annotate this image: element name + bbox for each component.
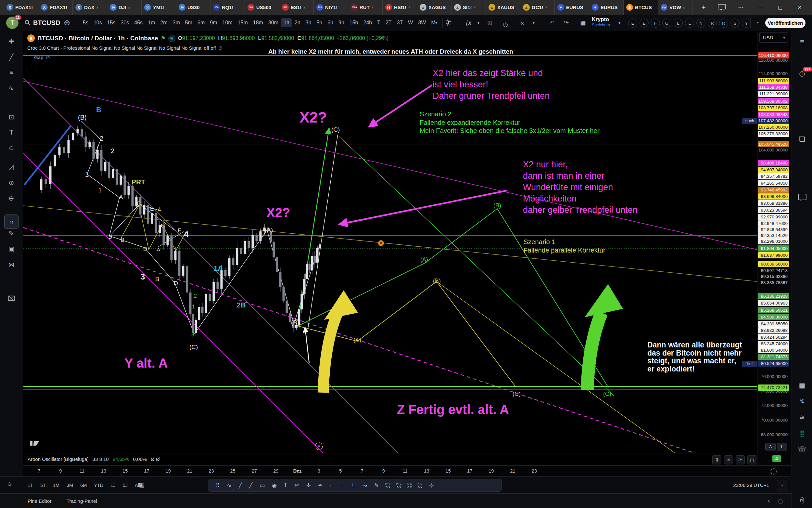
- magnet-tool-icon[interactable]: ∩: [4, 214, 18, 229]
- favorites-star-icon[interactable]: ☆: [6, 480, 12, 488]
- screen-share-icon[interactable]: [712, 0, 731, 15]
- wave-label-E[interactable]: E: [150, 206, 154, 212]
- wave-label-C[interactable]: (C): [189, 344, 198, 351]
- wave-label-3[interactable]: 3: [108, 234, 112, 241]
- object-tree-icon[interactable]: ❏: [792, 135, 812, 143]
- pattern-ac-icon[interactable]: A C∧∨: [404, 482, 415, 488]
- symbol-tab-vow[interactable]: VWVOW▲: [658, 0, 692, 15]
- wave-label-A[interactable]: (A): [420, 256, 428, 263]
- compare-add-icon[interactable]: ⊕: [64, 15, 70, 31]
- wave-label-A[interactable]: (A): [265, 226, 273, 234]
- wave-label-3[interactable]: 3: [191, 332, 194, 338]
- timeframe-9h[interactable]: 9h: [336, 18, 347, 27]
- range-5t[interactable]: 5T: [40, 483, 46, 488]
- text-tool-icon[interactable]: T: [280, 482, 291, 489]
- symbol-tab-es1[interactable]: 500ES1!▲: [279, 0, 314, 15]
- layout-chevron-icon[interactable]: ▾: [618, 15, 620, 31]
- brush-tool-icon[interactable]: ∿: [223, 482, 235, 489]
- timeframes-chevron-icon[interactable]: ▾: [435, 15, 437, 31]
- wave-label-D[interactable]: D: [143, 246, 147, 253]
- timeframe-10s[interactable]: 10s: [91, 18, 105, 27]
- pane-settings-icon[interactable]: ⟳: [736, 455, 745, 464]
- minimize-button[interactable]: —: [751, 0, 770, 15]
- timeframe-2h[interactable]: 2h: [292, 18, 303, 27]
- support-icon[interactable]: ☏: [792, 445, 812, 453]
- clock[interactable]: 23:06:29 UTC+1: [715, 477, 769, 494]
- rect-tool-icon[interactable]: ▭: [256, 482, 268, 489]
- wave-label-2[interactable]: 2: [111, 147, 114, 155]
- wave-label-C[interactable]: C: [137, 201, 141, 207]
- wave-label-C[interactable]: (C): [331, 126, 340, 133]
- annotation-z-done[interactable]: Z Fertig evtl. alt. A: [397, 403, 509, 417]
- crosshair-tool-icon[interactable]: ✚: [0, 37, 23, 45]
- timeframe-15h[interactable]: 15h: [347, 18, 361, 27]
- wave-label-2B[interactable]: 2B: [236, 301, 246, 309]
- drag-handle-icon[interactable]: ⠿: [212, 482, 223, 489]
- symbol-tab-us500[interactable]: 500US500: [245, 0, 279, 15]
- wave-label-B[interactable]: B: [121, 237, 125, 244]
- wave-label-A[interactable]: A: [119, 194, 123, 201]
- link-tool-icon[interactable]: ⋈: [0, 261, 23, 268]
- pine-editor-tab[interactable]: Pine Editor: [28, 494, 51, 508]
- symbol-tab-gc1[interactable]: ▲GC1!▼: [520, 0, 555, 15]
- symbol-tab-xauus[interactable]: ▲XAUUS: [486, 0, 520, 15]
- timeframe-45s[interactable]: 45s: [132, 18, 145, 27]
- range-5j[interactable]: 5J: [123, 483, 128, 488]
- timeframe-W[interactable]: W: [405, 18, 416, 27]
- range-ytd[interactable]: YTD: [94, 483, 103, 488]
- range-1t[interactable]: 1T: [28, 483, 33, 488]
- wave-label-2[interactable]: 2: [100, 135, 103, 142]
- hotkey-chip-r-8[interactable]: R: [719, 18, 728, 28]
- timeframe-5h[interactable]: 5h: [314, 18, 325, 27]
- wave-label-B[interactable]: (B): [493, 202, 501, 209]
- emoji-tool-icon[interactable]: ☺: [0, 144, 23, 152]
- annotation-scenario2[interactable]: Szenario 2Fallende expandierende Korrekt…: [420, 110, 600, 135]
- wave-label-4[interactable]: 4: [157, 206, 161, 213]
- position-tool-icon[interactable]: ⊡: [0, 113, 23, 121]
- timeframe-3T[interactable]: 3T: [394, 18, 406, 27]
- more-options-icon[interactable]: •••: [731, 0, 751, 15]
- wave-label-B[interactable]: (B): [78, 114, 87, 121]
- symbol-tab-eurus[interactable]: ✶EURUS: [555, 0, 589, 15]
- hotkey-chip-e-1[interactable]: E: [639, 18, 649, 28]
- timeframe-2T[interactable]: 2T: [383, 18, 394, 27]
- timeframe-T[interactable]: T: [375, 18, 383, 27]
- pane-move-up-icon[interactable]: ⇅: [712, 455, 721, 464]
- apps-grid-icon[interactable]: ⣿: [792, 430, 812, 437]
- hotkey-chip-f-2[interactable]: F: [651, 18, 660, 28]
- candle-style-icon[interactable]: [446, 19, 451, 26]
- wave-label-3[interactable]: 3: [140, 272, 145, 282]
- panel-resize-button[interactable]: +: [777, 480, 787, 492]
- layout-grid-icon[interactable]: ▦: [580, 15, 586, 31]
- pattern-ae-icon[interactable]: A E∧∨: [415, 482, 425, 488]
- hotkey-chip-y-10[interactable]: Y: [742, 18, 751, 28]
- wave-label-C[interactable]: C: [161, 223, 165, 229]
- ray-tool-icon[interactable]: ╱: [246, 482, 256, 489]
- indicators-icon[interactable]: ƒx: [465, 15, 471, 31]
- trendline-tool-icon[interactable]: ╱: [0, 53, 23, 61]
- symbol-tab-eurus[interactable]: ✶EURUS: [589, 0, 624, 15]
- timeframe-10m[interactable]: 10m: [220, 18, 235, 27]
- alert-add-icon[interactable]: ◷+: [503, 15, 510, 33]
- symbol-tab-niy1[interactable]: 225NIY1!: [314, 0, 348, 15]
- symbol-tab-fdax1[interactable]: XFDAX1!: [4, 0, 38, 15]
- hotkey-chip-l-4[interactable]: L: [674, 18, 683, 28]
- aroon-title[interactable]: Aroon Oscillator [BigBeluga]: [28, 456, 89, 462]
- redo-icon[interactable]: ↷: [564, 15, 569, 31]
- news-icon[interactable]: ≋: [792, 413, 812, 421]
- wave-label-E[interactable]: E: [178, 227, 181, 234]
- undo-icon[interactable]: ↶: [550, 15, 555, 31]
- wave-label-B[interactable]: B: [96, 105, 101, 114]
- wave-label-1[interactable]: 1: [85, 171, 89, 178]
- watchlist-icon[interactable]: ≡: [792, 38, 812, 45]
- legend-collapse-button[interactable]: ⌃: [27, 64, 36, 70]
- wave-arrow-tool-icon[interactable]: ↝: [359, 482, 371, 489]
- wave-label-A[interactable]: (A): [353, 337, 361, 344]
- hotkey-chip-s-9[interactable]: S: [730, 18, 739, 28]
- range-1m[interactable]: 1M: [53, 483, 59, 488]
- symbol-tab-btcus[interactable]: ฿BTCUS: [624, 0, 658, 15]
- annotation-magenta-top[interactable]: X2 hier das zeigt Stärke undist viel bes…: [433, 68, 550, 102]
- indicator-legend-row[interactable]: Croc 3.0 Chart - Professional No Signal …: [27, 45, 223, 51]
- auto-scale-button[interactable]: A: [765, 443, 776, 451]
- zoom-in-tool-icon[interactable]: ⊕: [0, 179, 23, 186]
